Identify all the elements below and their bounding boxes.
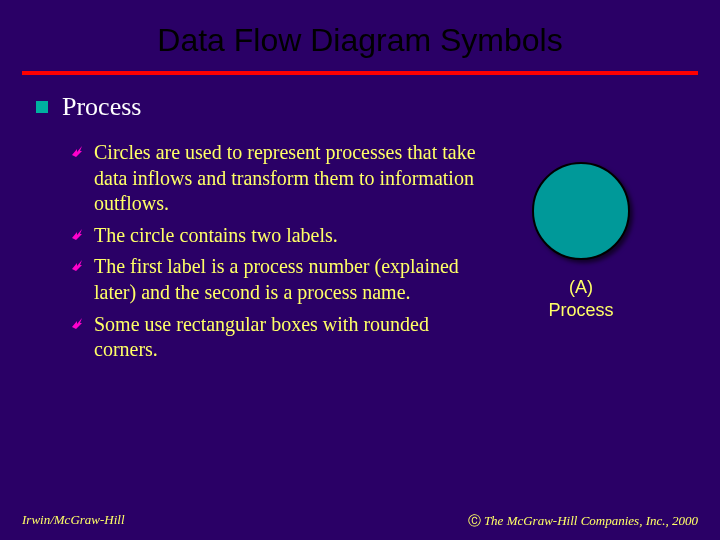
- body-columns: Circles are used to represent processes …: [36, 140, 684, 400]
- figure-label-line2: Process: [548, 300, 613, 320]
- copyright-icon: Ⓒ: [468, 513, 481, 528]
- content-area: Process Circles are used to represent pr…: [36, 92, 684, 400]
- footer: Irwin/McGraw-Hill ⒸThe McGraw-Hill Compa…: [22, 512, 698, 530]
- square-bullet-icon: [36, 101, 48, 113]
- footer-right: ⒸThe McGraw-Hill Companies, Inc., 2000: [468, 512, 698, 530]
- arrow-icon: [70, 315, 88, 329]
- title-underline: [22, 71, 698, 75]
- title-area: Data Flow Diagram Symbols: [0, 0, 720, 67]
- list-item: The first label is a process number (exp…: [70, 254, 476, 305]
- footer-left: Irwin/McGraw-Hill: [22, 512, 125, 530]
- arrow-icon: [70, 226, 88, 240]
- arrow-icon: [70, 143, 88, 157]
- bullet-text: Circles are used to represent processes …: [94, 140, 476, 217]
- footer-right-text: The McGraw-Hill Companies, Inc., 2000: [484, 513, 698, 528]
- list-item: The circle contains two labels.: [70, 223, 476, 249]
- list-item: Some use rectangular boxes with rounded …: [70, 312, 476, 363]
- bullet-text: The first label is a process number (exp…: [94, 254, 476, 305]
- figure-label: (A) Process: [476, 276, 686, 321]
- slide: Data Flow Diagram Symbols Process Circle…: [0, 0, 720, 540]
- slide-title: Data Flow Diagram Symbols: [0, 22, 720, 59]
- list-item: Circles are used to represent processes …: [70, 140, 476, 217]
- heading-text: Process: [62, 92, 141, 122]
- bullet-list: Circles are used to represent processes …: [36, 140, 476, 369]
- arrow-icon: [70, 257, 88, 271]
- figure-area: (A) Process: [476, 140, 684, 400]
- bullet-text: The circle contains two labels.: [94, 223, 338, 249]
- figure-label-line1: (A): [569, 277, 593, 297]
- bullet-text: Some use rectangular boxes with rounded …: [94, 312, 476, 363]
- heading-row: Process: [36, 92, 684, 122]
- process-circle-icon: [532, 162, 630, 260]
